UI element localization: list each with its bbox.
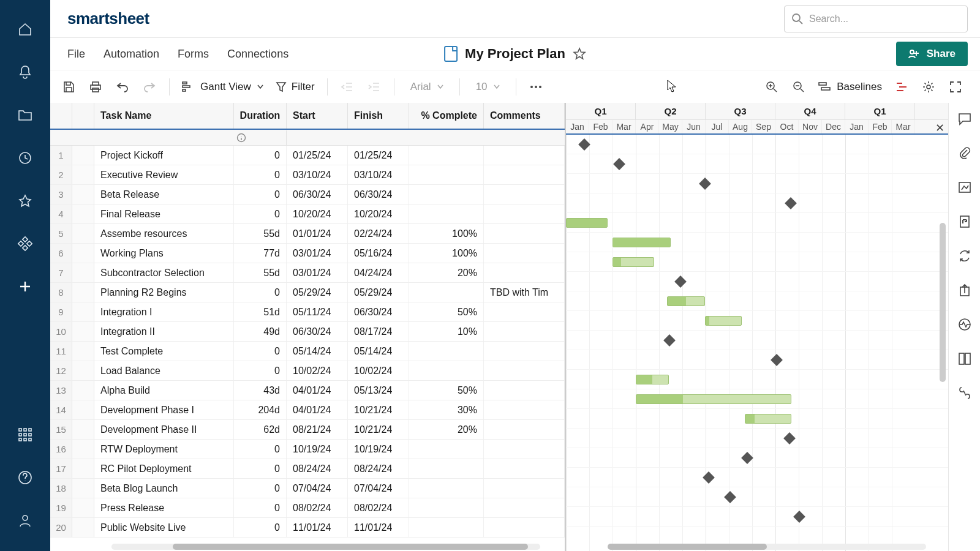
- cell-finish[interactable]: 05/13/24: [348, 381, 409, 400]
- milestone-marker[interactable]: [783, 432, 796, 444]
- cell-duration[interactable]: 49d: [234, 322, 287, 341]
- cell-start[interactable]: 10/02/24: [287, 361, 348, 380]
- vertical-scrollbar[interactable]: [940, 223, 946, 382]
- cell-finish[interactable]: 03/10/24: [348, 165, 409, 184]
- col-comments[interactable]: Comments: [484, 103, 565, 129]
- cell-duration[interactable]: 0: [234, 440, 287, 459]
- milestone-marker[interactable]: [578, 138, 590, 151]
- cell-pct[interactable]: [409, 361, 484, 380]
- row-select[interactable]: [72, 361, 94, 380]
- milestone-marker[interactable]: [724, 491, 736, 503]
- gantt-row[interactable]: [566, 272, 948, 291]
- sheet-title[interactable]: My Project Plan: [465, 46, 565, 62]
- cell-start[interactable]: 05/11/24: [287, 302, 348, 321]
- row-number[interactable]: 18: [50, 479, 72, 498]
- gantt-bar[interactable]: [745, 414, 791, 424]
- recents-icon[interactable]: [13, 146, 37, 170]
- row-number[interactable]: 5: [50, 224, 72, 243]
- cell-finish[interactable]: 10/20/24: [348, 204, 409, 223]
- cell-task-name[interactable]: Subcontractor Selection: [94, 263, 234, 282]
- gantt-row[interactable]: [566, 233, 948, 252]
- table-row[interactable]: 9Integration I51d05/11/2406/30/2450%: [50, 302, 565, 322]
- cell-pct[interactable]: 50%: [409, 381, 484, 400]
- cell-comments[interactable]: [484, 185, 565, 204]
- cell-pct[interactable]: 20%: [409, 420, 484, 439]
- table-row[interactable]: 15Development Phase II62d08/21/2410/21/2…: [50, 420, 565, 440]
- gantt-body[interactable]: [566, 135, 948, 551]
- gantt-bar[interactable]: [636, 375, 669, 384]
- milestone-marker[interactable]: [663, 334, 676, 347]
- cell-duration[interactable]: 0: [234, 165, 287, 184]
- row-select[interactable]: [72, 263, 94, 282]
- cell-start[interactable]: 03/10/24: [287, 165, 348, 184]
- menu-connections[interactable]: Connections: [227, 48, 288, 61]
- cell-task-name[interactable]: Development Phase I: [94, 400, 234, 419]
- cell-task-name[interactable]: RTW Deployment: [94, 440, 234, 459]
- table-row[interactable]: 10Integration II49d06/30/2408/17/2410%: [50, 322, 565, 342]
- cell-comments[interactable]: [484, 342, 565, 361]
- cell-duration[interactable]: 0: [234, 361, 287, 380]
- row-select[interactable]: [72, 342, 94, 361]
- help-icon[interactable]: [13, 465, 37, 490]
- cell-pct[interactable]: [409, 518, 484, 537]
- cell-duration[interactable]: 77d: [234, 244, 287, 263]
- row-select[interactable]: [72, 400, 94, 419]
- menu-automation[interactable]: Automation: [104, 48, 159, 61]
- cell-pct[interactable]: [409, 204, 484, 223]
- apps-icon[interactable]: [13, 422, 37, 447]
- cell-start[interactable]: 01/01/24: [287, 224, 348, 243]
- menu-file[interactable]: File: [67, 48, 85, 61]
- gantt-row[interactable]: [566, 154, 948, 174]
- row-select[interactable]: [72, 479, 94, 498]
- info-icon[interactable]: [236, 133, 246, 143]
- font-selector[interactable]: Arial: [402, 81, 452, 93]
- table-row[interactable]: 16RTW Deployment010/19/2410/19/24: [50, 440, 565, 459]
- filter-button[interactable]: Filter: [271, 81, 320, 93]
- cell-duration[interactable]: 43d: [234, 381, 287, 400]
- row-select[interactable]: [72, 185, 94, 204]
- fontsize-selector[interactable]: 10: [467, 81, 508, 93]
- cell-task-name[interactable]: Integration I: [94, 302, 234, 321]
- cell-pct[interactable]: 20%: [409, 263, 484, 282]
- cell-start[interactable]: 10/19/24: [287, 440, 348, 459]
- cell-finish[interactable]: 08/24/24: [348, 459, 409, 478]
- row-number[interactable]: 6: [50, 244, 72, 263]
- conversations-icon[interactable]: [955, 109, 974, 129]
- row-number[interactable]: 14: [50, 400, 72, 419]
- cell-finish[interactable]: 10/21/24: [348, 400, 409, 419]
- col-rownum[interactable]: [50, 103, 72, 129]
- cell-pct[interactable]: [409, 440, 484, 459]
- table-row[interactable]: 11Test Complete005/14/2405/14/24: [50, 342, 565, 361]
- row-number[interactable]: 3: [50, 185, 72, 204]
- cell-start[interactable]: 08/24/24: [287, 459, 348, 478]
- cell-pct[interactable]: [409, 165, 484, 184]
- update-requests-icon[interactable]: [955, 246, 974, 266]
- cell-pct[interactable]: [409, 283, 484, 302]
- row-number[interactable]: 11: [50, 342, 72, 361]
- view-selector[interactable]: Gantt View: [177, 81, 268, 93]
- row-number[interactable]: 20: [50, 518, 72, 537]
- row-select[interactable]: [72, 420, 94, 439]
- table-row[interactable]: 3Beta Release006/30/2406/30/24: [50, 185, 565, 204]
- row-number[interactable]: 9: [50, 302, 72, 321]
- cell-finish[interactable]: 11/01/24: [348, 518, 409, 537]
- cell-task-name[interactable]: Alpha Build: [94, 381, 234, 400]
- cell-comments[interactable]: [484, 361, 565, 380]
- gantt-row[interactable]: [566, 174, 948, 193]
- gantt-row[interactable]: [566, 252, 948, 272]
- row-select[interactable]: [72, 498, 94, 517]
- cell-duration[interactable]: 0: [234, 204, 287, 223]
- row-select[interactable]: [72, 224, 94, 243]
- cell-duration[interactable]: 0: [234, 185, 287, 204]
- table-row[interactable]: 12Load Balance010/02/2410/02/24: [50, 361, 565, 381]
- cell-task-name[interactable]: Load Balance: [94, 361, 234, 380]
- search-input[interactable]: [809, 13, 960, 24]
- search-box[interactable]: [784, 6, 968, 32]
- cell-pct[interactable]: [409, 342, 484, 361]
- undo-icon[interactable]: [110, 75, 135, 99]
- row-number[interactable]: 19: [50, 498, 72, 517]
- gantt-row[interactable]: [566, 429, 948, 448]
- row-select[interactable]: [72, 283, 94, 302]
- cell-start[interactable]: 01/25/24: [287, 146, 348, 165]
- milestone-marker[interactable]: [741, 452, 753, 464]
